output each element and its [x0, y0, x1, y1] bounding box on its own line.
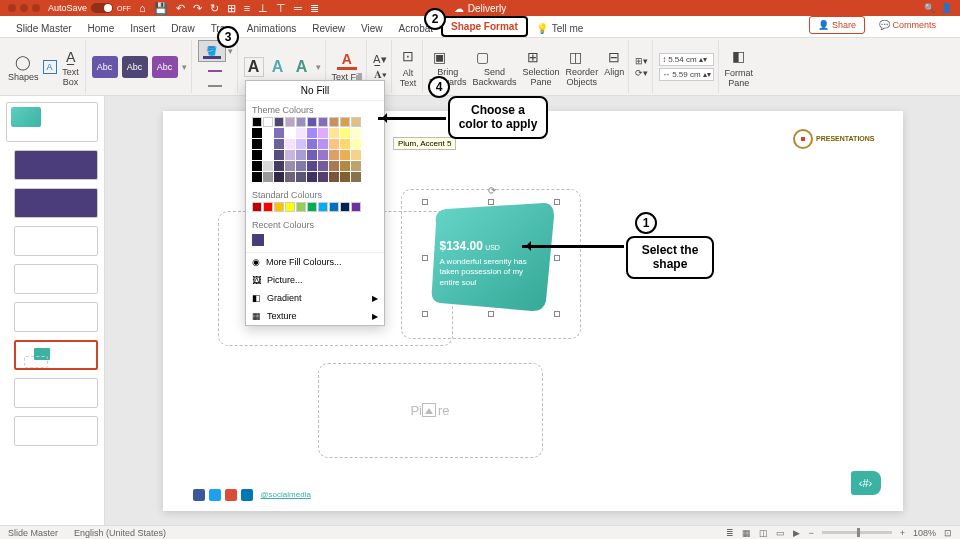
colour-swatch[interactable] [307, 150, 317, 160]
shape-style-3[interactable]: Abc [152, 56, 178, 78]
window-controls[interactable] [8, 4, 40, 12]
wordart-style-2[interactable]: A [268, 57, 288, 77]
alt-text-icon[interactable]: ⊡ [398, 46, 418, 66]
colour-swatch[interactable] [296, 117, 306, 127]
colour-swatch[interactable] [351, 202, 361, 212]
colour-swatch[interactable] [296, 139, 306, 149]
selected-shape[interactable]: $134.00 USD A wonderful serenity has tak… [426, 203, 556, 313]
colour-swatch[interactable] [285, 139, 295, 149]
colour-swatch[interactable] [329, 161, 339, 171]
colour-swatch[interactable] [340, 150, 350, 160]
resize-handle[interactable] [554, 199, 560, 205]
colour-swatch[interactable] [318, 139, 328, 149]
send-backward-icon[interactable]: ▢ [473, 47, 493, 67]
qat-icon[interactable]: ═ [294, 2, 302, 15]
rotate-icon[interactable]: ⟳▾ [635, 68, 648, 78]
slide-thumbnails[interactable] [0, 96, 105, 525]
thumb-layout-7[interactable] [14, 378, 98, 408]
resize-handle[interactable] [554, 311, 560, 317]
colour-swatch[interactable] [340, 202, 350, 212]
status-language[interactable]: English (United States) [74, 528, 166, 538]
height-input[interactable]: ↕ 5.54 cm ▴▾ [659, 53, 713, 66]
sorter-view-icon[interactable]: ◫ [759, 528, 768, 538]
qat-icon[interactable]: ≡ [244, 2, 250, 15]
text-effects-icon[interactable]: 𝐀▾ [374, 68, 387, 81]
colour-swatch[interactable] [285, 172, 295, 182]
text-outline-icon[interactable]: A̲▾ [373, 53, 387, 66]
shape-effects-button[interactable] [211, 80, 219, 94]
colour-swatch[interactable] [307, 161, 317, 171]
colour-swatch[interactable] [296, 128, 306, 138]
linkedin-icon[interactable] [241, 489, 253, 501]
comments-button[interactable]: 💬 Comments [871, 17, 944, 33]
colour-swatch[interactable] [307, 117, 317, 127]
colour-swatch[interactable] [351, 128, 361, 138]
facebook-icon[interactable] [193, 489, 205, 501]
recent-colour-swatch[interactable] [252, 234, 264, 246]
colour-swatch[interactable] [351, 117, 361, 127]
thumb-layout-4[interactable] [14, 264, 98, 294]
autosave-toggle[interactable]: AutoSave OFF [48, 3, 131, 13]
colour-swatch[interactable] [340, 161, 350, 171]
colour-swatch[interactable] [351, 161, 361, 171]
colour-swatch[interactable] [274, 161, 284, 171]
colour-swatch[interactable] [351, 172, 361, 182]
group-icon[interactable]: ⊞▾ [635, 56, 648, 66]
qat-icon[interactable]: ≣ [310, 2, 319, 15]
colour-swatch[interactable] [318, 202, 328, 212]
chevron-down-icon[interactable]: ▾ [316, 62, 321, 72]
colour-swatch[interactable] [285, 161, 295, 171]
colour-swatch[interactable] [252, 161, 262, 171]
align-icon[interactable]: ⊟ [604, 47, 624, 67]
social-link[interactable]: @socialmedia [261, 490, 311, 499]
colour-swatch[interactable] [329, 117, 339, 127]
texture-fill[interactable]: ▦Texture▶ [246, 307, 384, 325]
slideshow-icon[interactable]: ▶ [793, 528, 800, 538]
twitter-icon[interactable] [209, 489, 221, 501]
save-icon[interactable]: 💾 [154, 2, 168, 15]
tell-me[interactable]: 💡 Tell me [528, 20, 592, 37]
colour-swatch[interactable] [296, 161, 306, 171]
textbox-icon[interactable]: A̲ [61, 47, 81, 67]
user-icon[interactable]: 👤 [941, 3, 952, 13]
width-input[interactable]: ↔ 5.59 cm ▴▾ [659, 68, 713, 81]
share-button[interactable]: 👤 Share [809, 16, 865, 34]
zoom-value[interactable]: 108% [913, 528, 936, 538]
tab-slide-master[interactable]: Slide Master [8, 20, 80, 37]
tab-view[interactable]: View [353, 20, 391, 37]
reorder-icon[interactable]: ◫ [566, 47, 586, 67]
colour-swatch[interactable] [340, 117, 350, 127]
colour-swatch[interactable] [351, 139, 361, 149]
thumb-layout-3[interactable] [14, 226, 98, 256]
colour-swatch[interactable] [274, 202, 284, 212]
shape-fill-dropdown[interactable]: No Fill Theme Colours Standard Colours R… [245, 80, 385, 326]
tab-draw[interactable]: Draw [163, 20, 202, 37]
thumb-layout-active[interactable] [14, 340, 98, 370]
colour-swatch[interactable] [285, 150, 295, 160]
colour-swatch[interactable] [307, 139, 317, 149]
shape-outline-button[interactable] [211, 64, 219, 78]
textbox-small-icon[interactable]: A [43, 60, 57, 74]
chevron-down-icon[interactable]: ▾ [182, 62, 187, 72]
colour-swatch[interactable] [274, 172, 284, 182]
colour-swatch[interactable] [263, 128, 273, 138]
selection-pane-icon[interactable]: ⊞ [523, 47, 543, 67]
zoom-out-icon[interactable]: − [808, 528, 813, 538]
colour-swatch[interactable] [274, 150, 284, 160]
format-pane-icon[interactable]: ◧ [729, 46, 749, 66]
colour-swatch[interactable] [340, 128, 350, 138]
quick-access-toolbar[interactable]: ⌂ 💾 ↶ ↷ ↻ ⊞ ≡ ⊥ ⊤ ═ ≣ [139, 2, 319, 15]
colour-swatch[interactable] [318, 172, 328, 182]
picture-fill[interactable]: 🖼Picture... [246, 271, 384, 289]
undo-icon[interactable]: ↶ [176, 2, 185, 15]
text-fill-icon[interactable]: A [337, 52, 357, 70]
colour-swatch[interactable] [329, 139, 339, 149]
tab-animations[interactable]: Animations [239, 20, 304, 37]
tab-review[interactable]: Review [304, 20, 353, 37]
qat-icon[interactable]: ⊥ [258, 2, 268, 15]
redo-icon[interactable]: ↷ [193, 2, 202, 15]
no-fill-option[interactable]: No Fill [246, 81, 384, 101]
colour-swatch[interactable] [263, 161, 273, 171]
search-icon[interactable]: 🔍 [924, 3, 935, 13]
gradient-fill[interactable]: ◧Gradient▶ [246, 289, 384, 307]
